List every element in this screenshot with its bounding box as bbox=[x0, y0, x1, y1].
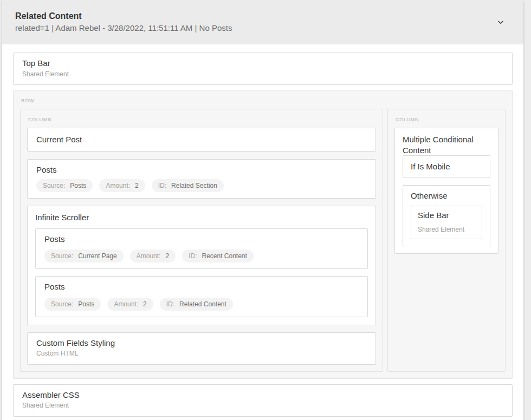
element-card-posts[interactable]: Posts Source: Posts Amount: 2 bbox=[35, 276, 368, 317]
element-subtitle: Shared Element bbox=[22, 70, 503, 79]
element-card-posts[interactable]: Posts Source: Posts Amount: 2 ID bbox=[27, 159, 376, 199]
related-content-panel: Related Content related=1 | Adam Rebel -… bbox=[2, 0, 523, 420]
chip-value: Current Page bbox=[78, 252, 116, 260]
chip-label: Amount: bbox=[106, 182, 130, 189]
element-subtitle: Shared Element bbox=[22, 402, 503, 410]
element-title: Posts bbox=[44, 234, 359, 245]
panel-header[interactable]: Related Content related=1 | Adam Rebel -… bbox=[2, 0, 523, 44]
chip-amount: Amount: 2 bbox=[99, 179, 145, 192]
chip-value: Posts bbox=[70, 182, 86, 189]
chips-row: Source: Current Page Amount: 2 ID: Recen… bbox=[44, 250, 359, 262]
chip-label: Source: bbox=[51, 252, 73, 260]
chip-amount: Amount: 2 bbox=[130, 250, 176, 262]
chip-value: 2 bbox=[165, 252, 169, 260]
chip-value: Posts bbox=[78, 300, 94, 308]
chip-label: ID: bbox=[189, 252, 197, 260]
chip-value: Recent Content bbox=[202, 252, 247, 260]
chip-id: ID: Recent Content bbox=[182, 250, 254, 262]
element-card-side-bar[interactable]: Side Bar Shared Element bbox=[411, 206, 482, 239]
chip-label: Source: bbox=[43, 182, 65, 189]
panel-title: Related Content bbox=[15, 11, 496, 22]
row-container[interactable]: ROW COLUMN Current Post Posts Source: Po… bbox=[13, 90, 513, 379]
element-title: Posts bbox=[36, 165, 367, 175]
chevron-down-icon[interactable] bbox=[496, 18, 505, 27]
chip-label: Amount: bbox=[114, 300, 138, 308]
columns-wrapper: COLUMN Current Post Posts Source: Posts bbox=[20, 109, 506, 372]
chips-row: Source: Posts Amount: 2 ID: Related Cont… bbox=[44, 298, 359, 311]
chip-value: 2 bbox=[143, 300, 147, 308]
element-card-if-is-mobile[interactable]: If Is Mobile bbox=[403, 155, 490, 178]
element-card-multiple-conditional-content[interactable]: Multiple Conditional Content If Is Mobil… bbox=[394, 128, 498, 254]
chip-id: ID: Related Content bbox=[160, 298, 233, 311]
panel-subtitle: related=1 | Adam Rebel - 3/28/2022, 11:5… bbox=[15, 23, 496, 34]
row-label: ROW bbox=[21, 98, 506, 103]
chip-source: Source: Current Page bbox=[44, 250, 124, 262]
column-label: COLUMN bbox=[28, 117, 376, 122]
chip-label: Source: bbox=[51, 300, 73, 308]
element-title: Current Post bbox=[36, 134, 367, 145]
panel-content: Top Bar Shared Element ROW COLUMN Curren… bbox=[2, 44, 523, 420]
element-title: Infinite Scroller bbox=[35, 212, 368, 223]
chip-value: Related Section bbox=[171, 182, 217, 189]
element-card-custom-fields-styling[interactable]: Custom Fields Styling Custom HTML bbox=[27, 332, 376, 365]
element-card-infinite-scroller[interactable]: Infinite Scroller Posts Source: Current … bbox=[27, 206, 376, 325]
element-card-top-bar[interactable]: Top Bar Shared Element bbox=[13, 52, 513, 85]
element-card-posts[interactable]: Posts Source: Current Page Amount: 2 bbox=[35, 228, 368, 270]
element-title: Assembler CSS bbox=[22, 390, 503, 401]
chip-label: Amount: bbox=[137, 252, 161, 260]
chip-source: Source: Posts bbox=[36, 179, 93, 192]
element-title: Top Bar bbox=[22, 58, 503, 69]
chip-label: ID: bbox=[158, 182, 166, 189]
element-card-current-post[interactable]: Current Post bbox=[27, 128, 376, 152]
element-title: Multiple Conditional Content bbox=[403, 134, 490, 155]
element-title: Custom Fields Styling bbox=[36, 338, 367, 349]
chip-source: Source: Posts bbox=[44, 298, 101, 311]
chip-id: ID: Related Section bbox=[152, 179, 224, 192]
chip-amount: Amount: 2 bbox=[107, 298, 153, 311]
chip-label: ID: bbox=[166, 300, 174, 308]
panel-header-text: Related Content related=1 | Adam Rebel -… bbox=[15, 11, 496, 34]
element-title: Posts bbox=[44, 281, 359, 292]
chips-row: Source: Posts Amount: 2 ID: Related Sect… bbox=[36, 179, 367, 192]
chip-value: Related Content bbox=[179, 300, 226, 308]
column-container-right[interactable]: COLUMN Multiple Conditional Content If I… bbox=[387, 109, 506, 372]
element-subtitle: Shared Element bbox=[418, 226, 475, 234]
element-title: Otherwise bbox=[411, 191, 482, 201]
column-label: COLUMN bbox=[396, 117, 498, 122]
element-title: Side Bar bbox=[418, 210, 475, 221]
element-card-assembler-css[interactable]: Assembler CSS Shared Element bbox=[13, 384, 513, 417]
element-title: If Is Mobile bbox=[411, 161, 482, 172]
element-card-otherwise[interactable]: Otherwise Side Bar Shared Element bbox=[403, 185, 490, 247]
chip-value: 2 bbox=[135, 182, 139, 189]
column-container-left[interactable]: COLUMN Current Post Posts Source: Posts bbox=[20, 109, 383, 372]
element-subtitle: Custom HTML bbox=[36, 350, 367, 358]
